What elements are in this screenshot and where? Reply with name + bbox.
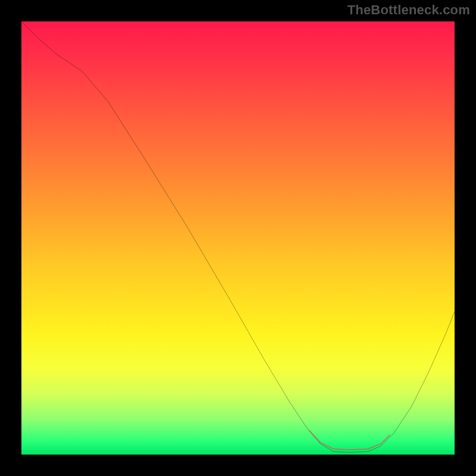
watermark-text: TheBottleneck.com [347, 2, 470, 18]
chart-frame: TheBottleneck.com [0, 0, 476, 476]
chart-svg [21, 21, 455, 455]
black-curve [21, 21, 455, 452]
red-highlight-band [309, 431, 390, 450]
